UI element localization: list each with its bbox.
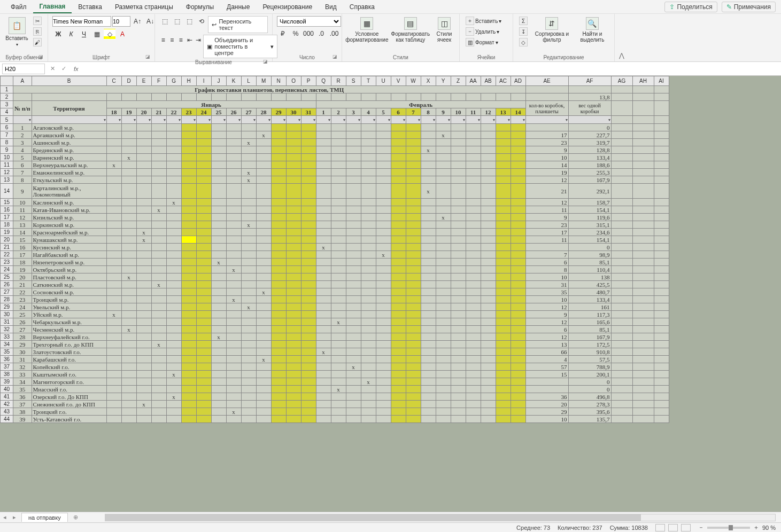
mark-cell[interactable] bbox=[436, 273, 451, 281]
mark-cell[interactable] bbox=[106, 244, 121, 251]
mark-cell[interactable] bbox=[136, 146, 151, 154]
col-header[interactable]: AD bbox=[511, 76, 525, 86]
filter-drop[interactable] bbox=[212, 116, 226, 123]
mark-cell[interactable] bbox=[496, 131, 511, 139]
mark-cell[interactable] bbox=[121, 176, 136, 184]
mark-cell[interactable] bbox=[481, 161, 496, 169]
mark-cell[interactable] bbox=[166, 124, 181, 131]
mark-cell[interactable] bbox=[481, 356, 496, 363]
mark-cell[interactable] bbox=[451, 371, 466, 378]
mark-cell[interactable] bbox=[511, 154, 525, 161]
mark-cell[interactable] bbox=[421, 371, 436, 378]
col-header[interactable]: X bbox=[421, 76, 436, 86]
mark-cell[interactable] bbox=[436, 333, 451, 341]
mark-cell[interactable]: x bbox=[121, 154, 136, 161]
mark-cell[interactable] bbox=[451, 281, 466, 288]
mark-cell[interactable] bbox=[226, 244, 241, 251]
mark-cell[interactable] bbox=[406, 199, 421, 206]
mark-cell[interactable] bbox=[151, 333, 166, 341]
cancel-formula-button[interactable]: ✕ bbox=[47, 65, 58, 72]
mark-cell[interactable] bbox=[466, 288, 481, 296]
mark-cell[interactable] bbox=[466, 356, 481, 363]
mark-cell[interactable] bbox=[331, 154, 346, 161]
mark-cell[interactable] bbox=[211, 356, 226, 363]
mark-cell[interactable] bbox=[286, 296, 301, 303]
mark-cell[interactable] bbox=[181, 401, 196, 408]
mark-cell[interactable] bbox=[451, 244, 466, 251]
mark-cell[interactable] bbox=[376, 378, 391, 386]
mark-cell[interactable] bbox=[496, 326, 511, 333]
mark-cell[interactable] bbox=[166, 154, 181, 161]
mark-cell[interactable] bbox=[391, 236, 406, 244]
mark-cell[interactable] bbox=[106, 169, 121, 176]
mark-cell[interactable] bbox=[451, 408, 466, 416]
mark-cell[interactable] bbox=[286, 288, 301, 296]
mark-cell[interactable] bbox=[391, 251, 406, 259]
mark-cell[interactable] bbox=[466, 206, 481, 214]
mark-cell[interactable] bbox=[451, 214, 466, 221]
menu-tab-1[interactable]: Главная bbox=[33, 1, 72, 13]
filter-drop[interactable] bbox=[182, 116, 196, 123]
mark-cell[interactable]: x bbox=[226, 408, 241, 416]
mark-cell[interactable] bbox=[406, 236, 421, 244]
mark-cell[interactable] bbox=[106, 333, 121, 341]
mark-cell[interactable] bbox=[271, 378, 286, 386]
mark-cell[interactable] bbox=[481, 281, 496, 288]
mark-cell[interactable]: x bbox=[241, 303, 256, 311]
mark-cell[interactable] bbox=[346, 311, 361, 318]
mark-cell[interactable] bbox=[421, 154, 436, 161]
mark-cell[interactable] bbox=[496, 288, 511, 296]
mark-cell[interactable] bbox=[361, 273, 376, 281]
mark-cell[interactable] bbox=[211, 288, 226, 296]
mark-cell[interactable] bbox=[511, 408, 525, 416]
mark-cell[interactable] bbox=[331, 266, 346, 273]
mark-cell[interactable] bbox=[286, 281, 301, 288]
col-header[interactable]: I bbox=[196, 76, 211, 86]
mark-cell[interactable] bbox=[211, 273, 226, 281]
mark-cell[interactable] bbox=[316, 401, 331, 408]
mark-cell[interactable] bbox=[346, 169, 361, 176]
mark-cell[interactable] bbox=[181, 273, 196, 281]
mark-cell[interactable] bbox=[481, 184, 496, 199]
mark-cell[interactable] bbox=[361, 371, 376, 378]
mark-cell[interactable] bbox=[256, 124, 271, 131]
mark-cell[interactable] bbox=[346, 288, 361, 296]
mark-cell[interactable] bbox=[121, 131, 136, 139]
filter-drop[interactable] bbox=[436, 116, 451, 123]
mark-cell[interactable] bbox=[316, 131, 331, 139]
mark-cell[interactable] bbox=[496, 378, 511, 386]
mark-cell[interactable] bbox=[166, 169, 181, 176]
mark-cell[interactable] bbox=[226, 333, 241, 341]
mark-cell[interactable] bbox=[346, 124, 361, 131]
mark-cell[interactable] bbox=[151, 124, 166, 131]
col-header[interactable]: AH bbox=[632, 76, 654, 86]
mark-cell[interactable] bbox=[226, 348, 241, 356]
mark-cell[interactable] bbox=[211, 229, 226, 236]
mark-cell[interactable] bbox=[301, 348, 316, 356]
mark-cell[interactable] bbox=[511, 288, 525, 296]
mark-cell[interactable] bbox=[316, 318, 331, 326]
mark-cell[interactable] bbox=[166, 229, 181, 236]
mark-cell[interactable] bbox=[271, 386, 286, 393]
mark-cell[interactable]: x bbox=[361, 378, 376, 386]
mark-cell[interactable] bbox=[466, 341, 481, 348]
mark-cell[interactable]: x bbox=[166, 199, 181, 206]
mark-cell[interactable] bbox=[376, 221, 391, 229]
mark-cell[interactable] bbox=[511, 214, 525, 221]
mark-cell[interactable] bbox=[406, 244, 421, 251]
mark-cell[interactable] bbox=[361, 281, 376, 288]
mark-cell[interactable] bbox=[151, 393, 166, 401]
mark-cell[interactable] bbox=[256, 318, 271, 326]
mark-cell[interactable] bbox=[286, 273, 301, 281]
mark-cell[interactable] bbox=[436, 124, 451, 131]
mark-cell[interactable] bbox=[286, 311, 301, 318]
align-left-button[interactable]: ≡ bbox=[159, 35, 167, 45]
mark-cell[interactable] bbox=[106, 259, 121, 266]
filter-drop[interactable] bbox=[421, 116, 436, 123]
mark-cell[interactable] bbox=[181, 236, 196, 244]
mark-cell[interactable] bbox=[166, 386, 181, 393]
mark-cell[interactable] bbox=[226, 169, 241, 176]
mark-cell[interactable] bbox=[151, 214, 166, 221]
mark-cell[interactable] bbox=[106, 288, 121, 296]
mark-cell[interactable] bbox=[181, 296, 196, 303]
